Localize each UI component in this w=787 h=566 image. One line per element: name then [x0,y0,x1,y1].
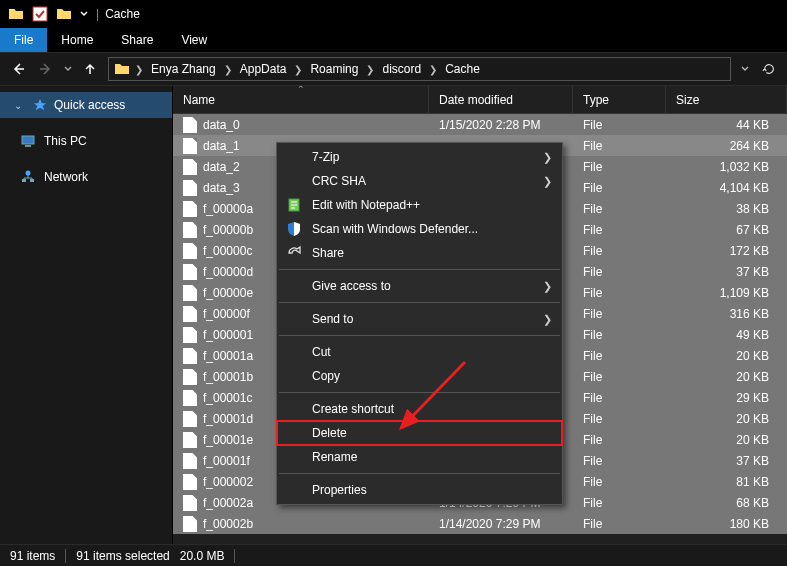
menu-item-crc-sha[interactable]: CRC SHA❯ [277,169,562,193]
monitor-icon [20,133,36,149]
file-name: f_00000c [203,244,252,258]
menu-item-properties[interactable]: Properties [277,478,562,502]
file-type: File [573,139,666,153]
sidebar-item-quick-access[interactable]: ⌄ Quick access [0,92,172,118]
status-bar: 91 items 91 items selected 20.0 MB [0,544,787,566]
file-icon [183,327,197,343]
menu-item-label: Edit with Notepad++ [312,198,420,212]
file-type: File [573,433,666,447]
sidebar-item-label: Network [44,170,88,184]
file-icon [183,432,197,448]
file-icon [183,180,197,196]
menu-item-label: Share [312,246,344,260]
menu-item-label: Send to [312,312,353,326]
address-dropdown[interactable] [735,55,755,83]
tab-share[interactable]: Share [107,28,167,52]
chevron-right-icon[interactable]: ❯ [133,64,145,75]
file-size: 81 KB [666,475,787,489]
folder-icon [54,4,74,24]
chevron-right-icon[interactable]: ❯ [427,64,439,75]
menu-item-copy[interactable]: Copy [277,364,562,388]
forward-button[interactable] [32,55,60,83]
file-size: 68 KB [666,496,787,510]
file-icon [183,369,197,385]
menu-item-scan-with-windows-defender[interactable]: Scan with Windows Defender... [277,217,562,241]
menu-item-label: Properties [312,483,367,497]
file-date: 1/14/2020 7:29 PM [429,517,573,531]
menu-item-send-to[interactable]: Send to❯ [277,307,562,331]
svg-rect-0 [33,7,47,21]
chevron-right-icon[interactable]: ❯ [292,64,304,75]
file-icon [183,159,197,175]
column-size[interactable]: Size [666,86,787,113]
up-button[interactable] [76,55,104,83]
menu-separator [279,392,560,393]
chevron-right-icon: ❯ [543,151,552,164]
file-size: 4,104 KB [666,181,787,195]
menu-item-rename[interactable]: Rename [277,445,562,469]
chevron-down-icon: ⌄ [10,97,26,113]
chevron-right-icon[interactable]: ❯ [222,64,234,75]
file-name: data_0 [203,118,240,132]
file-name: data_3 [203,181,240,195]
tab-view[interactable]: View [167,28,221,52]
sidebar-item-label: Quick access [54,98,125,112]
file-icon [183,222,197,238]
folder-icon [113,60,131,78]
menu-item-share[interactable]: Share [277,241,562,265]
crumb-0[interactable]: Enya Zhang [145,62,222,76]
menu-item-edit-with-notepad[interactable]: Edit with Notepad++ [277,193,562,217]
title-bar: | Cache [0,0,787,28]
crumb-4[interactable]: Cache [439,62,486,76]
menu-item-give-access-to[interactable]: Give access to❯ [277,274,562,298]
file-type: File [573,412,666,426]
tab-file[interactable]: File [0,28,47,52]
file-size: 44 KB [666,118,787,132]
file-type: File [573,517,666,531]
status-item-count: 91 items [10,549,55,563]
chevron-right-icon[interactable]: ❯ [364,64,376,75]
file-icon [183,453,197,469]
crumb-3[interactable]: discord [376,62,427,76]
file-type: File [573,391,666,405]
status-selected-count: 91 items selected [76,549,169,563]
svg-rect-5 [30,179,34,182]
file-icon [183,306,197,322]
file-name: f_00000b [203,223,253,237]
file-name: data_2 [203,160,240,174]
crumb-2[interactable]: Roaming [304,62,364,76]
status-separator [65,549,66,563]
menu-item-7-zip[interactable]: 7-Zip❯ [277,145,562,169]
file-type: File [573,223,666,237]
file-icon [183,411,197,427]
menu-item-cut[interactable]: Cut [277,340,562,364]
sidebar-item-this-pc[interactable]: This PC [0,128,172,154]
table-row[interactable]: f_00002b1/14/2020 7:29 PMFile180 KB [173,513,787,534]
sidebar-item-network[interactable]: Network [0,164,172,190]
table-row[interactable]: data_01/15/2020 2:28 PMFile44 KB [173,114,787,135]
file-name: f_000001 [203,328,253,342]
file-name: f_00000d [203,265,253,279]
menu-separator [279,302,560,303]
chevron-right-icon: ❯ [543,280,552,293]
status-size: 20.0 MB [180,549,225,563]
qa-dropdown-icon[interactable] [78,4,90,24]
sidebar-item-label: This PC [44,134,87,148]
history-dropdown[interactable] [60,65,76,73]
menu-item-create-shortcut[interactable]: Create shortcut [277,397,562,421]
crumb-1[interactable]: AppData [234,62,293,76]
tab-home[interactable]: Home [47,28,107,52]
refresh-button[interactable] [759,55,779,83]
file-type: File [573,286,666,300]
column-type[interactable]: Type [573,86,666,113]
column-date-modified[interactable]: Date modified [429,86,573,113]
menu-item-label: Create shortcut [312,402,394,416]
breadcrumb[interactable]: ❯ Enya Zhang ❯ AppData ❯ Roaming ❯ disco… [108,57,731,81]
back-button[interactable] [4,55,32,83]
menu-item-label: Cut [312,345,331,359]
file-type: File [573,160,666,174]
column-name[interactable]: Name ⌃ [173,86,429,113]
menu-item-label: Rename [312,450,357,464]
file-name: f_00000a [203,202,253,216]
menu-item-delete[interactable]: Delete [277,421,562,445]
